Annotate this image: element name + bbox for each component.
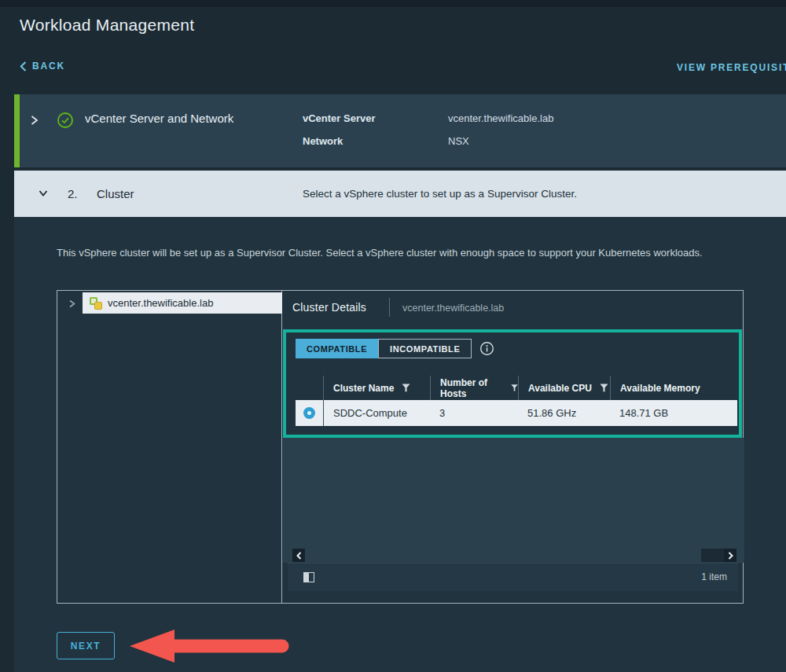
- cell-cluster-name: SDDC-Compute: [323, 400, 430, 426]
- table-row-sddc-compute[interactable]: SDDC-Compute 3 51.86 GHz 148.71 GB: [296, 400, 737, 426]
- tree-item-vcenter[interactable]: vcenter.thewificable.lab: [83, 292, 282, 314]
- network-label: Network: [303, 135, 343, 147]
- top-strip: [0, 0, 786, 7]
- cluster-details-panel: Cluster Details vcenter.thewificable.lab…: [283, 291, 743, 603]
- datagrid-header: Cluster Name Number of Hosts Available C…: [296, 376, 737, 400]
- column-available-memory: Available Memory: [610, 376, 737, 400]
- vcenter-server-value: vcenter.thewificable.lab: [448, 112, 553, 124]
- cell-available-cpu: 51.86 GHz: [518, 400, 610, 426]
- column-cluster-name: Cluster Name: [323, 376, 430, 400]
- radio-column-header: [296, 376, 323, 400]
- network-value: NSX: [448, 135, 469, 147]
- view-prerequisites-button[interactable]: VIEW PREREQUISITES: [677, 62, 786, 73]
- vcenter-server-label: vCenter Server: [303, 112, 376, 124]
- scroll-right-button[interactable]: [724, 549, 736, 562]
- back-label: BACK: [32, 61, 65, 72]
- cluster-details-title: Cluster Details: [292, 301, 366, 314]
- chevron-down-icon[interactable]: [38, 189, 49, 198]
- tree-item-label: vcenter.thewificable.lab: [108, 297, 213, 309]
- header-divider: [389, 298, 390, 317]
- step2-cluster-header[interactable]: 2. Cluster Select a vSphere cluster to s…: [14, 171, 786, 217]
- horizontal-scrollbar[interactable]: [292, 549, 736, 562]
- scroll-left-button[interactable]: [292, 549, 305, 562]
- next-button[interactable]: NEXT: [57, 632, 115, 659]
- page-title: Workload Management: [20, 16, 194, 35]
- vcenter-icon: [90, 297, 102, 310]
- red-arrow-annotation: [126, 627, 292, 665]
- chevron-right-icon: [728, 552, 733, 560]
- datagrid-empty-body: [283, 438, 744, 563]
- tab-compatible[interactable]: COMPATIBLE: [296, 339, 378, 358]
- filter-icon[interactable]: [511, 384, 518, 392]
- cluster-selection-panel: vcenter.thewificable.lab Cluster Details…: [57, 290, 744, 604]
- step2-summary: Select a vSphere cluster to set up as a …: [303, 188, 577, 200]
- scrollbar-track-end: [701, 549, 724, 562]
- column-number-of-hosts: Number of Hosts: [430, 376, 518, 400]
- row-radio-selected[interactable]: [303, 407, 315, 419]
- chevron-left-icon: [296, 552, 302, 560]
- cell-number-of-hosts: 3: [430, 400, 518, 426]
- compatibility-toggle: COMPATIBLE INCOMPATIBLE: [296, 339, 494, 358]
- workload-management-page: Workload Management BACK VIEW PREREQUISI…: [0, 0, 786, 672]
- step2-number: 2.: [68, 187, 78, 200]
- step-complete-check-icon: [57, 112, 74, 129]
- back-button[interactable]: BACK: [20, 61, 65, 72]
- clusters-datagrid: Cluster Name Number of Hosts Available C…: [296, 376, 737, 426]
- column-available-cpu: Available CPU: [518, 376, 610, 400]
- datagrid-footer: 1 item: [288, 563, 738, 591]
- tab-incompatible[interactable]: INCOMPATIBLE: [378, 339, 472, 358]
- step2-title: Cluster: [97, 187, 134, 200]
- filter-icon[interactable]: [402, 384, 410, 392]
- column-settings-icon[interactable]: [303, 572, 314, 582]
- tree-expand-chevron-icon[interactable]: [68, 299, 76, 309]
- step2-description: This vSphere cluster will be set up as a…: [57, 244, 747, 263]
- annotation-highlight-box: COMPATIBLE INCOMPATIBLE: [283, 329, 742, 438]
- filter-icon[interactable]: [600, 384, 608, 392]
- step1-title: vCenter Server and Network: [85, 112, 233, 125]
- info-icon[interactable]: [479, 341, 494, 356]
- chevron-right-icon[interactable]: [29, 114, 39, 127]
- cluster-details-context: vcenter.thewificable.lab: [402, 303, 504, 314]
- step2-content: This vSphere cluster will be set up as a…: [14, 217, 786, 672]
- inventory-tree: vcenter.thewificable.lab: [57, 291, 282, 603]
- step1-vcenter-server-and-network[interactable]: vCenter Server and Network vCenter Serve…: [14, 94, 786, 167]
- cell-available-memory: 148.71 GB: [610, 400, 737, 426]
- item-count: 1 item: [701, 571, 727, 582]
- chevron-left-icon: [20, 61, 27, 72]
